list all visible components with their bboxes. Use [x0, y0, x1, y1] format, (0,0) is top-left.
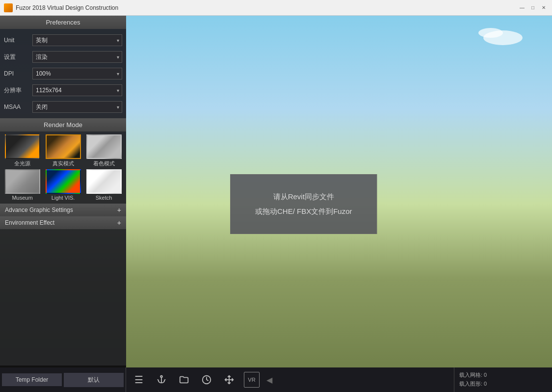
unit-select-wrapper: 英制 公制 ▾ — [32, 34, 122, 46]
app-icon — [4, 3, 13, 12]
advance-graphic-settings[interactable]: Advance Graphic Settings + — [0, 204, 126, 216]
resolution-select-wrapper: 1125x764 1920x1080 ▾ — [32, 84, 122, 96]
clock-icon[interactable] — [199, 372, 214, 388]
title-bar: Fuzor 2018 Virtual Design Construction —… — [0, 0, 552, 16]
render-museum[interactable]: Museum — [3, 169, 42, 201]
render-thumb-color — [86, 134, 122, 159]
toolbar-main: ☰ — [126, 372, 454, 388]
render-light-vis[interactable]: Light VIS. — [44, 169, 82, 201]
bottom-bar: Temp Folder 默认 ☰ — [0, 367, 552, 392]
render-mode-header: Render Mode — [0, 118, 126, 131]
environment-effect-expand-icon: + — [117, 219, 121, 227]
window-controls: — □ ✕ — [518, 3, 548, 12]
sidebar-scroll: Preferences Unit 英制 公制 ▾ 设置 — [0, 16, 126, 392]
resolution-row: 分辨率 1125x764 1920x1080 ▾ — [0, 82, 126, 99]
image-count-status: 载入图形: 0 — [459, 380, 547, 389]
close-button[interactable]: ✕ — [539, 3, 548, 12]
dialog-line1: 请从Revit同步文件 — [255, 189, 352, 204]
dpi-label: DPI — [4, 70, 29, 77]
render-sketch[interactable]: Sketch — [84, 169, 123, 201]
temp-folder-button[interactable]: Temp Folder — [2, 373, 62, 386]
center-dialog: 请从Revit同步文件 或拖动CHE/ FBX文件到Fuzor — [230, 174, 377, 234]
unit-select[interactable]: 英制 公制 — [32, 34, 122, 46]
resolution-select[interactable]: 1125x764 1920x1080 — [32, 84, 122, 96]
unit-row: Unit 英制 公制 ▾ — [0, 32, 126, 49]
render-label-real: 真实模式 — [53, 160, 74, 167]
vr-button[interactable]: VR — [244, 372, 260, 388]
render-label-sketch: Sketch — [96, 195, 112, 201]
cloud-decoration — [478, 28, 503, 38]
minimize-button[interactable]: — — [518, 3, 526, 12]
render-thumb-full-light — [5, 134, 40, 159]
mesh-count-status: 载入网格: 0 — [459, 371, 547, 380]
preferences-header: Preferences — [0, 16, 126, 29]
render-thumb-light-vis — [46, 169, 81, 194]
toolbar-collapse-arrow[interactable]: ◀ — [266, 375, 272, 385]
render-full-light[interactable]: 全光源 — [3, 134, 42, 167]
svg-line-6 — [207, 380, 209, 381]
msaa-row: MSAA 关闭 2x 4x ▾ — [0, 99, 126, 115]
msaa-select-wrapper: 关闭 2x 4x ▾ — [32, 101, 122, 113]
environment-effect-label: Environment Effect — [5, 219, 54, 226]
render-thumb-museum — [5, 169, 40, 194]
sidebar: Preferences Unit 英制 公制 ▾ 设置 — [0, 16, 126, 392]
settings-select-wrapper: 渲染 其他 ▾ — [32, 51, 122, 63]
status-bar: 载入网格: 0 载入图形: 0 — [454, 367, 552, 392]
move-icon[interactable] — [221, 372, 237, 388]
render-thumb-sketch — [86, 169, 122, 194]
dpi-select[interactable]: 100% 150% 200% — [32, 68, 122, 79]
dialog-line2: 或拖动CHE/ FBX文件到Fuzor — [255, 204, 352, 219]
render-mode-grid: 全光源 真实模式 着色模式 Museum Light VIS. — [0, 131, 126, 204]
resolution-label: 分辨率 — [4, 86, 29, 95]
settings-row: 设置 渲染 其他 ▾ — [0, 49, 126, 65]
dpi-select-wrapper: 100% 150% 200% ▾ — [32, 68, 122, 79]
main-container: 请从Revit同步文件 或拖动CHE/ FBX文件到Fuzor Preferen… — [0, 16, 552, 392]
advance-graphic-label: Advance Graphic Settings — [5, 207, 73, 213]
environment-effect[interactable]: Environment Effect + — [0, 216, 126, 229]
default-button[interactable]: 默认 — [64, 373, 124, 387]
list-icon[interactable]: ☰ — [131, 372, 147, 388]
render-color-mode[interactable]: 着色模式 — [84, 134, 123, 167]
render-label-full-light: 全光源 — [14, 160, 30, 167]
preferences-rows: Unit 英制 公制 ▾ 设置 渲染 其他 — [0, 29, 126, 118]
render-label-color: 着色模式 — [93, 160, 115, 167]
dpi-row: DPI 100% 150% 200% ▾ — [0, 65, 126, 82]
anchor-icon[interactable] — [154, 372, 169, 388]
settings-select[interactable]: 渲染 其他 — [32, 51, 122, 63]
advance-graphic-expand-icon: + — [117, 206, 121, 214]
app-title: Fuzor 2018 Virtual Design Construction — [16, 4, 518, 11]
render-real-mode[interactable]: 真实模式 — [44, 134, 82, 167]
settings-label: 设置 — [4, 53, 29, 61]
maximize-button[interactable]: □ — [528, 3, 537, 12]
msaa-label: MSAA — [4, 104, 29, 110]
folder-icon[interactable] — [176, 372, 192, 388]
msaa-select[interactable]: 关闭 2x 4x — [32, 101, 122, 113]
render-label-museum: Museum — [12, 195, 32, 201]
svg-point-0 — [160, 376, 162, 378]
unit-label: Unit — [4, 37, 29, 44]
sidebar-bottom-controls: Temp Folder 默认 — [0, 367, 126, 392]
render-label-light-vis: Light VIS. — [52, 195, 75, 201]
render-thumb-real — [46, 134, 81, 159]
